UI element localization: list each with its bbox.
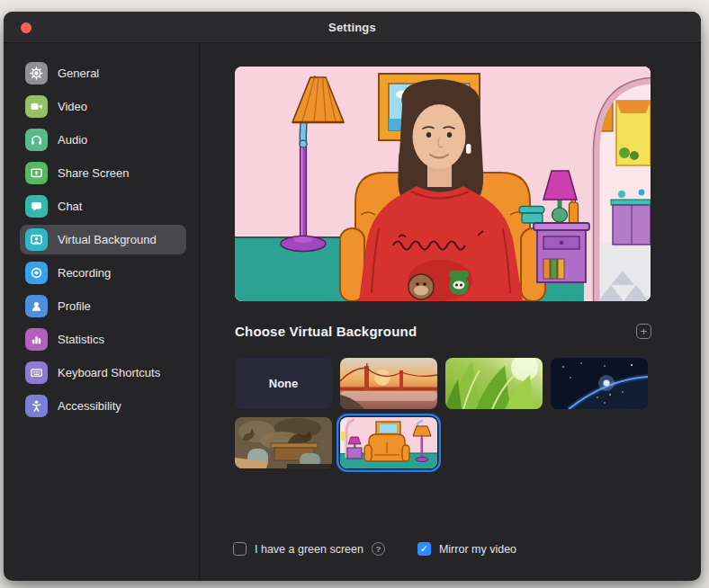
- close-button[interactable]: [21, 22, 31, 33]
- simpsons-living-room-scene: [235, 67, 651, 301]
- green-screen-checkbox[interactable]: [233, 542, 247, 556]
- sidebar-item-label: Statistics: [58, 333, 104, 346]
- sidebar-item-share-screen[interactable]: Share Screen: [20, 158, 186, 188]
- sidebar-item-label: Keyboard Shortcuts: [58, 366, 160, 379]
- background-option-simpsons-living-room[interactable]: [340, 417, 437, 468]
- accessibility-icon: [25, 395, 48, 417]
- share-screen-icon: [25, 162, 48, 184]
- sidebar-item-profile[interactable]: Profile: [20, 291, 186, 321]
- window-title: Settings: [328, 21, 376, 34]
- sidebar-item-virtual-background[interactable]: Virtual Background: [20, 225, 186, 254]
- bar-chart-icon: [25, 328, 48, 351]
- sidebar-item-video[interactable]: Video: [20, 92, 186, 121]
- mirror-video-label: Mirror my video: [439, 543, 516, 556]
- preview-options: I have a green screen ? ✓ Mirror my vide…: [233, 542, 516, 556]
- sidebar-item-general[interactable]: General: [20, 58, 186, 88]
- sidebar-item-keyboard-shortcuts[interactable]: Keyboard Shortcuts: [20, 358, 186, 388]
- background-option-office-with-dinosaurs[interactable]: [235, 417, 332, 468]
- titlebar: Settings: [4, 12, 701, 43]
- sidebar-item-accessibility[interactable]: Accessibility: [20, 391, 186, 421]
- background-thumbnails: None: [235, 358, 658, 468]
- green-screen-option[interactable]: I have a green screen ?: [233, 542, 385, 556]
- background-option-earth-from-space[interactable]: [551, 358, 648, 409]
- sidebar-item-label: Accessibility: [58, 399, 121, 413]
- keyboard-icon: [25, 361, 48, 384]
- video-camera-icon: [25, 95, 48, 118]
- sidebar-item-label: Recording: [58, 266, 111, 280]
- gear-icon: [25, 62, 48, 85]
- background-option-golden-gate-bridge[interactable]: [340, 358, 437, 409]
- headphones-icon: [25, 129, 48, 151]
- checkmark-icon: ✓: [420, 543, 428, 555]
- background-option-none[interactable]: None: [235, 358, 332, 409]
- sidebar-item-label: Profile: [58, 299, 91, 313]
- sidebar-item-label: Virtual Background: [58, 233, 157, 246]
- sidebar-item-label: Share Screen: [58, 166, 130, 180]
- section-title: Choose Virtual Background: [235, 324, 417, 339]
- background-option-grass[interactable]: [445, 358, 543, 409]
- sidebar-item-label: Video: [58, 100, 87, 113]
- sidebar-item-audio[interactable]: Audio: [20, 125, 186, 155]
- chat-bubble-icon: [25, 195, 48, 218]
- sidebar-item-label: Chat: [58, 200, 82, 213]
- sidebar-item-recording[interactable]: Recording: [20, 258, 186, 288]
- video-preview: [235, 67, 651, 301]
- sidebar-item-label: Audio: [58, 133, 87, 147]
- mirror-video-checkbox[interactable]: ✓: [417, 542, 431, 556]
- settings-sidebar: General Video Audio Share Screen Chat Vi: [4, 43, 200, 580]
- question-glyph: ?: [376, 544, 381, 554]
- mirror-video-option[interactable]: ✓ Mirror my video: [417, 542, 516, 556]
- green-screen-label: I have a green screen: [255, 543, 363, 556]
- add-background-button[interactable]: +: [636, 324, 651, 339]
- sidebar-item-label: General: [58, 67, 99, 80]
- sidebar-item-statistics[interactable]: Statistics: [20, 325, 186, 354]
- record-icon: [25, 262, 48, 284]
- sidebar-item-chat[interactable]: Chat: [20, 192, 186, 221]
- question-mark-icon[interactable]: ?: [372, 542, 385, 556]
- none-label: None: [269, 377, 299, 390]
- virtual-background-icon: [25, 228, 48, 251]
- virtual-background-pane: Choose Virtual Background + None: [200, 43, 701, 580]
- settings-window: Settings General Video Audio Share Scree…: [4, 12, 701, 581]
- profile-icon: [25, 295, 48, 317]
- plus-icon: +: [641, 325, 648, 337]
